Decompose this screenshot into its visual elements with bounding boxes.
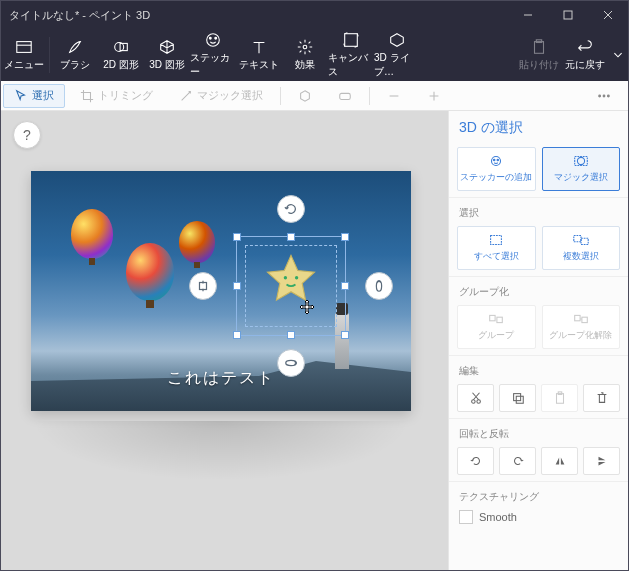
flip-horizontal-button[interactable] [541,447,578,475]
resize-handle[interactable] [287,233,295,241]
svg-point-23 [577,157,584,164]
svg-point-21 [494,159,495,160]
depth-control[interactable] [189,272,217,300]
scene-balloon [179,221,215,263]
selection-box[interactable] [236,236,346,336]
move-cursor-icon [299,299,315,315]
svg-point-6 [215,37,217,39]
svg-point-20 [492,157,501,166]
section-texture-label: テクスチャリング [449,481,628,506]
svg-rect-36 [556,394,563,404]
zoom-in-tool[interactable] [416,84,452,108]
toolbar-more[interactable] [586,84,622,108]
section-select-label: 選択 [449,197,628,222]
ribbon-more-button[interactable] [608,29,628,81]
resize-handle[interactable] [233,331,241,339]
stickers-tab[interactable]: ステッカー [190,29,236,81]
multi-select-button[interactable]: 複数選択 [542,226,621,270]
section-edit-label: 編集 [449,355,628,380]
resize-handle[interactable] [341,233,349,241]
minimize-button[interactable] [508,1,548,29]
group-button: グループ [457,305,536,349]
help-button[interactable]: ? [13,121,41,149]
resize-handle[interactable] [341,331,349,339]
select-tool[interactable]: 選択 [3,84,65,108]
secondary-toolbar: 選択 トリミング マジック選択 [1,81,628,111]
svg-point-22 [497,159,498,160]
svg-point-12 [599,95,601,97]
svg-rect-28 [490,315,495,320]
side-panel: 3D の選択 ステッカーの追加 マジック選択 選択 すべて選択 複数選択 グルー… [448,111,628,570]
maximize-button[interactable] [548,1,588,29]
svg-point-16 [295,276,298,279]
rotate-z-control[interactable] [277,195,305,223]
svg-rect-30 [574,315,579,320]
flip-vertical-button[interactable] [583,447,620,475]
effects-tab[interactable]: 効果 [282,29,328,81]
undo-button[interactable]: 元に戻す [562,29,608,81]
svg-rect-34 [513,394,520,401]
svg-point-5 [209,37,211,39]
scene-balloon [71,209,113,259]
resize-handle[interactable] [233,282,241,290]
ungroup-button: グループ化解除 [542,305,621,349]
resize-handle[interactable] [287,331,295,339]
add-sticker-button[interactable]: ステッカーの追加 [457,147,536,191]
brush-tab[interactable]: ブラシ [52,29,98,81]
rotate-x-control[interactable] [277,349,305,377]
rotate-cw-button[interactable] [499,447,536,475]
magic-select-tool[interactable]: マジック選択 [168,84,274,108]
svg-rect-1 [17,42,31,53]
paste-button [541,384,578,412]
canvas-viewport[interactable]: ? これはテスト [1,111,448,570]
copy-button[interactable] [499,384,536,412]
2d-shapes-tab[interactable]: 2D 図形 [98,29,144,81]
resize-handle[interactable] [233,233,241,241]
select-all-button[interactable]: すべて選択 [457,226,536,270]
rotate-y-control[interactable] [365,272,393,300]
svg-rect-27 [581,238,588,244]
zoom-out-tool[interactable] [376,84,412,108]
3d-shapes-tab[interactable]: 3D 図形 [144,29,190,81]
svg-rect-0 [564,11,572,19]
svg-rect-29 [497,317,502,322]
3d-view-tool[interactable] [287,84,323,108]
svg-rect-31 [582,317,587,322]
checkbox-icon [459,510,473,524]
svg-point-4 [207,34,220,47]
canvas-text[interactable]: これはテスト [167,368,275,389]
ribbon: メニュー ブラシ 2D 図形 3D 図形 ステッカー テキスト 効果 キャンバス… [1,29,628,81]
resize-handle[interactable] [341,282,349,290]
magic-select-button[interactable]: マジック選択 [542,147,621,191]
svg-rect-9 [535,42,544,54]
svg-point-13 [603,95,605,97]
canvas-tab[interactable]: キャンバス [328,29,374,81]
mixed-reality-tool[interactable] [327,84,363,108]
section-rotate-label: 回転と反転 [449,418,628,443]
svg-point-14 [608,95,610,97]
svg-rect-11 [340,93,351,99]
close-button[interactable] [588,1,628,29]
canvas-shadow [31,421,411,481]
cut-button[interactable] [457,384,494,412]
smooth-checkbox[interactable]: Smooth [449,506,628,528]
svg-point-7 [303,45,307,49]
canvas[interactable]: これはテスト [31,171,411,411]
rotate-ccw-button[interactable] [457,447,494,475]
text-tab[interactable]: テキスト [236,29,282,81]
svg-rect-26 [574,236,581,242]
svg-point-32 [471,400,475,404]
svg-point-15 [284,276,287,279]
panel-title: 3D の選択 [449,111,628,143]
svg-rect-8 [345,34,358,47]
3d-library-tab[interactable]: 3D ライブ… [374,29,420,81]
paste-button: 貼り付け [516,29,562,81]
content-area: ? これはテスト [1,111,628,570]
section-group-label: グループ化 [449,276,628,301]
menu-button[interactable]: メニュー [1,29,47,81]
delete-button[interactable] [583,384,620,412]
crop-tool[interactable]: トリミング [69,84,164,108]
scene-balloon [126,243,174,301]
title-bar: タイトルなし* - ペイント 3D [1,1,628,29]
svg-rect-25 [491,236,502,245]
